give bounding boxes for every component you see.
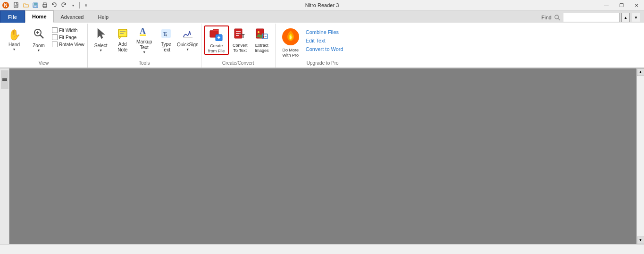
ribbon: File Home Advanced Help Find ▲ ▼ bbox=[0, 10, 644, 68]
tab-advanced[interactable]: Advanced bbox=[54, 10, 91, 23]
pro-links: Combine Files Edit Text Convert to Word bbox=[306, 26, 343, 52]
app-title: Nitro Reader 3 bbox=[305, 2, 339, 8]
type-text-button[interactable]: T TypeText bbox=[156, 25, 176, 55]
markup-arrow-icon: ▼ bbox=[142, 51, 146, 54]
svg-rect-21 bbox=[140, 34, 146, 36]
fit-page-option[interactable]: Fit Page bbox=[52, 34, 84, 40]
new-button[interactable] bbox=[12, 1, 21, 9]
find-input[interactable] bbox=[563, 13, 619, 22]
convert-to-word-link[interactable]: Convert to Word bbox=[306, 46, 343, 52]
zoom-button[interactable]: Zoom ▼ bbox=[27, 25, 50, 55]
undo-button[interactable] bbox=[50, 1, 59, 9]
ribbon-group-view: ✋ Hand ▼ Zoom ▼ bbox=[0, 24, 88, 68]
ribbon-group-tools: Select ▼ AddNote A Ma bbox=[88, 24, 201, 68]
ribbon-content: ✋ Hand ▼ Zoom ▼ bbox=[0, 23, 644, 68]
quick-access-toolbar: N ▼ ⬇ bbox=[0, 0, 90, 10]
fit-width-checkbox[interactable] bbox=[52, 27, 58, 33]
find-next-button[interactable]: ▼ bbox=[632, 13, 640, 22]
markup-text-button[interactable]: A Markup Text ▼ bbox=[134, 25, 155, 55]
save-button[interactable] bbox=[31, 1, 40, 9]
document-canvas bbox=[9, 68, 636, 244]
maximize-button[interactable]: ❐ bbox=[614, 0, 629, 10]
window-controls: — ❐ ✕ bbox=[599, 0, 644, 10]
find-search-icon bbox=[553, 14, 561, 21]
quicksign-button[interactable]: QuickSign ▼ bbox=[177, 25, 198, 55]
tab-file[interactable]: File bbox=[0, 10, 25, 23]
scroll-up-button[interactable]: ▲ bbox=[637, 68, 644, 76]
extract-images-icon bbox=[255, 27, 268, 42]
page-thumbnails-icon[interactable] bbox=[1, 70, 8, 89]
ribbon-tab-bar: File Home Advanced Help Find ▲ ▼ bbox=[0, 10, 644, 23]
hand-icon: ✋ bbox=[8, 29, 21, 41]
svg-point-36 bbox=[258, 31, 259, 33]
select-arrow-icon: ▼ bbox=[99, 49, 102, 52]
view-options: Fit Width Fit Page Rotate View bbox=[52, 25, 84, 47]
edit-text-link[interactable]: Edit Text bbox=[306, 38, 343, 43]
view-group-label: View bbox=[2, 59, 85, 67]
zoom-arrow-icon: ▼ bbox=[37, 49, 41, 52]
create-convert-group-label: Create/Convert bbox=[203, 59, 273, 67]
left-panel bbox=[0, 68, 9, 244]
app-logo: N bbox=[2, 1, 9, 9]
add-note-button[interactable]: AddNote bbox=[112, 25, 133, 55]
open-button[interactable] bbox=[22, 1, 30, 9]
fit-page-checkbox[interactable] bbox=[52, 34, 58, 40]
print-button[interactable] bbox=[41, 1, 49, 9]
create-from-file-icon bbox=[209, 27, 224, 42]
rotate-view-option[interactable]: Rotate View bbox=[52, 42, 84, 47]
convert-to-text-button[interactable]: T ConvertTo Text bbox=[230, 25, 251, 55]
markup-text-icon: A bbox=[139, 25, 150, 38]
tab-home[interactable]: Home bbox=[25, 10, 54, 23]
select-icon bbox=[95, 27, 107, 42]
svg-text:N: N bbox=[4, 3, 7, 8]
svg-text:T: T bbox=[242, 33, 245, 39]
svg-rect-6 bbox=[34, 3, 37, 5]
convert-to-text-icon: T bbox=[234, 27, 247, 42]
close-button[interactable]: ✕ bbox=[629, 0, 644, 10]
rotate-view-checkbox[interactable] bbox=[52, 42, 58, 47]
svg-line-12 bbox=[558, 18, 560, 20]
svg-point-11 bbox=[555, 15, 559, 19]
zoom-icon bbox=[33, 28, 44, 42]
title-bar: N ▼ ⬇ Nitro Reader 3 — ❐ ✕ bbox=[0, 0, 644, 10]
quicksign-arrow-icon: ▼ bbox=[186, 48, 189, 51]
nitro-flame-icon bbox=[282, 28, 300, 47]
find-label: Find bbox=[542, 15, 552, 20]
extract-images-button[interactable]: ExtractImages bbox=[251, 25, 272, 55]
add-note-icon bbox=[117, 28, 128, 41]
combine-files-link[interactable]: Combine Files bbox=[306, 29, 343, 35]
hand-button[interactable]: ✋ Hand ▼ bbox=[3, 25, 25, 55]
svg-rect-7 bbox=[34, 6, 37, 7]
main-area: ▲ ▼ bbox=[0, 68, 644, 244]
do-more-with-pro-button[interactable]: Do MoreWith Pro bbox=[279, 26, 302, 59]
qa-more-button[interactable]: ⬇ bbox=[82, 1, 90, 9]
upgrade-group-label: Upgrade to Pro bbox=[277, 59, 368, 67]
ribbon-group-upgrade: Do MoreWith Pro Combine Files Edit Text … bbox=[276, 24, 370, 68]
status-bar bbox=[0, 244, 644, 254]
type-text-icon: T bbox=[160, 28, 172, 41]
ribbon-group-create-convert: Createfrom File T bbox=[201, 24, 276, 68]
minimize-button[interactable]: — bbox=[599, 0, 614, 10]
create-from-file-button[interactable]: Createfrom File bbox=[204, 25, 229, 55]
find-bar: Find ▲ ▼ bbox=[542, 12, 640, 23]
fit-width-option[interactable]: Fit Width bbox=[52, 27, 84, 33]
hand-arrow-icon: ▼ bbox=[13, 48, 16, 51]
redo-button[interactable] bbox=[59, 1, 68, 9]
right-scrollbar: ▲ ▼ bbox=[636, 68, 644, 244]
tab-help[interactable]: Help bbox=[91, 10, 116, 23]
svg-line-14 bbox=[40, 35, 43, 38]
svg-rect-17 bbox=[118, 29, 127, 37]
scroll-down-button[interactable]: ▼ bbox=[637, 237, 644, 244]
quicksign-icon bbox=[182, 28, 193, 41]
qa-dropdown-button[interactable]: ▼ bbox=[69, 1, 77, 9]
tools-group-label: Tools bbox=[90, 59, 199, 67]
find-prev-button[interactable]: ▲ bbox=[621, 13, 630, 22]
select-button[interactable]: Select ▼ bbox=[91, 25, 111, 55]
